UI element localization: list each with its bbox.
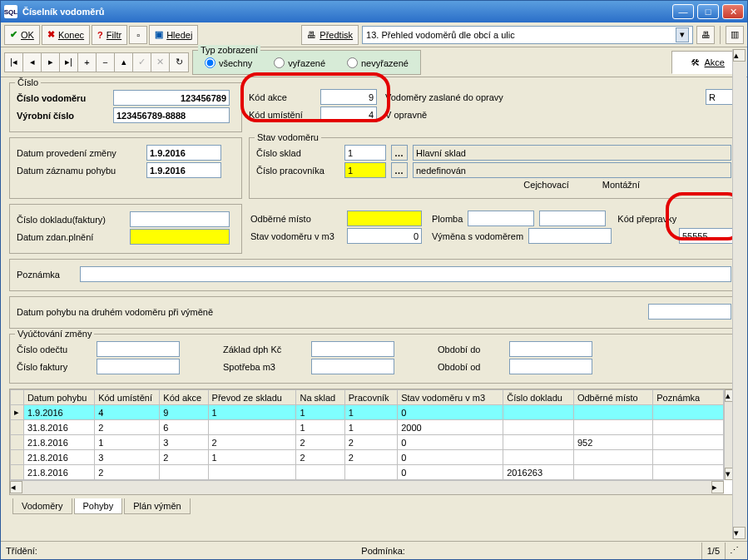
col-header[interactable]: Poznámka: [653, 390, 724, 405]
chevron-down-icon[interactable]: ▾: [676, 27, 689, 42]
scroll-right-icon[interactable]: ▸: [711, 481, 724, 493]
table-row[interactable]: ▸1.9.2016491110: [11, 405, 724, 420]
col-header[interactable]: Stav vodoměru v m3: [398, 390, 503, 405]
obod-input[interactable]: [509, 359, 592, 374]
main-toolbar: ✔ OK ✖ Konec ? Filtr ▫ ▣ Hledej 🖶 Předti…: [1, 22, 747, 47]
spotreba-input[interactable]: [311, 359, 394, 374]
stavm3-input[interactable]: [347, 228, 422, 244]
label-mont: Montážní: [602, 180, 640, 190]
label-pracovnik: Číslo pracovníka: [256, 166, 339, 176]
col-header[interactable]: Převod ze skladu: [208, 390, 296, 405]
table-row[interactable]: 21.8.2016321220: [11, 450, 724, 465]
window-title: Číselník vodoměrů: [22, 7, 672, 17]
export-icon[interactable]: ▥: [726, 26, 744, 44]
vyrobni-cislo-input[interactable]: [113, 107, 230, 123]
datum-prov-input[interactable]: [146, 145, 221, 161]
hledej-button[interactable]: ▣ Hledej: [149, 25, 198, 45]
add-button[interactable]: +: [78, 53, 97, 72]
gear-icon: 🛠: [691, 57, 700, 67]
tab-vodomery[interactable]: Vodoměry: [12, 498, 72, 514]
vymena-input[interactable]: [528, 228, 612, 244]
status-page: 1/5: [701, 543, 726, 559]
col-header[interactable]: Datum pohybu: [23, 390, 94, 405]
label-datum-zaz: Datum záznamu pohybu: [17, 166, 141, 176]
record-nav: |◂ ◂ ▸ ▸| + − ▴ ✓ ✕ ↻: [4, 52, 189, 72]
resize-grip-icon[interactable]: ⋰: [726, 545, 742, 556]
next-button[interactable]: ▸: [42, 53, 60, 72]
label-opravne: V opravně: [385, 110, 427, 120]
vyuct-legend: Vyúčtování změny: [15, 329, 94, 339]
doklad-input[interactable]: [130, 211, 230, 227]
label-obod: Období od: [438, 362, 504, 372]
zaklad-input[interactable]: [311, 341, 394, 357]
konec-button[interactable]: ✖ Konec: [42, 25, 90, 45]
radio-vyrazene[interactable]: vyřazené: [274, 57, 325, 68]
datum-zaz-input[interactable]: [146, 162, 221, 178]
last-button[interactable]: ▸|: [60, 53, 78, 72]
delete-button[interactable]: −: [97, 53, 115, 72]
close-button[interactable]: ✕: [722, 4, 744, 19]
pohyby-grid[interactable]: Datum pohybuKód umístěníKód akcePřevod z…: [9, 389, 739, 495]
label-spotreba: Spotřeba m3: [223, 362, 306, 372]
tab-plan[interactable]: Plán výměn: [124, 498, 190, 514]
label-datum-druhy: Datum pohybu na druhém vodoměru při výmě…: [17, 307, 213, 317]
table-row[interactable]: 21.8.2016202016263: [11, 465, 724, 480]
pracovnik-input[interactable]: [344, 162, 386, 178]
radio-vsechny[interactable]: všechny: [205, 57, 252, 68]
label-cejch: Cejchovací: [523, 180, 568, 190]
table-row[interactable]: 31.8.201626112000: [11, 420, 724, 435]
stav-legend: Stav vodoměru: [255, 132, 321, 142]
cancel-button[interactable]: ✕: [151, 53, 170, 72]
label-kod-umisteni: Kód umístění: [249, 110, 315, 120]
sklad-input[interactable]: [344, 145, 386, 161]
prepravka-input[interactable]: [679, 228, 737, 244]
app-icon: SQL: [4, 5, 17, 18]
col-header[interactable]: Odběrné místo: [573, 390, 652, 405]
filter-clear-icon[interactable]: ▫: [129, 26, 147, 44]
label-cislo-vodomeru: Číslo vodoměru: [17, 93, 108, 103]
odectu-input[interactable]: [97, 341, 180, 357]
col-header[interactable]: Kód akce: [160, 390, 208, 405]
label-fakt: Číslo faktury: [17, 362, 92, 372]
col-header[interactable]: Pracovník: [344, 390, 398, 405]
pracovnik-lookup-button[interactable]: …: [391, 162, 408, 178]
plomba-mont-input[interactable]: [539, 211, 606, 226]
col-header[interactable]: Kód umístění: [95, 390, 160, 405]
refresh-button[interactable]: ↻: [170, 53, 188, 72]
plomba-cejch-input[interactable]: [468, 211, 534, 226]
col-header[interactable]: Číslo dokladu: [503, 390, 574, 405]
edit-button[interactable]: ▴: [115, 53, 133, 72]
cislo-vodomeru-input[interactable]: [113, 90, 230, 106]
col-header[interactable]: Na sklad: [296, 390, 344, 405]
zdan-input[interactable]: [130, 229, 230, 245]
tab-pohyby[interactable]: Pohyby: [74, 498, 123, 514]
obdo-input[interactable]: [509, 341, 592, 357]
misto-input[interactable]: [347, 211, 422, 226]
prev-button[interactable]: ◂: [23, 53, 42, 72]
radio-nevyrazene[interactable]: nevyřazené: [347, 57, 409, 68]
ok-button[interactable]: ✔ OK: [4, 25, 40, 45]
predtisk-button[interactable]: 🖶 Předtisk: [301, 25, 359, 45]
poznamka-input[interactable]: [80, 266, 731, 282]
first-button[interactable]: |◂: [5, 53, 23, 72]
label-stavm3: Stav vodoměru v m3: [250, 231, 342, 241]
label-prepravka: Kód přepravky: [617, 214, 676, 224]
kod-akce-input[interactable]: [320, 89, 377, 105]
report-selected: 13. Přehled vodoměrů dle obcí a ulic: [366, 30, 515, 40]
print-icon[interactable]: 🖶: [696, 26, 715, 44]
filtr-button[interactable]: ? Filtr: [92, 25, 127, 45]
scroll-left-icon[interactable]: ◂: [10, 481, 22, 493]
sklad-lookup-button[interactable]: …: [391, 145, 408, 161]
datum-druhy-input[interactable]: [648, 304, 731, 320]
post-button[interactable]: ✓: [133, 53, 151, 72]
table-row[interactable]: 21.8.2016132220952: [11, 435, 724, 450]
minimize-button[interactable]: —: [672, 4, 694, 19]
kod-umisteni-input[interactable]: [320, 107, 377, 122]
maximize-button[interactable]: □: [697, 4, 719, 19]
window-scrollbar[interactable]: ▴▾: [732, 49, 746, 539]
status-podminka: Podmínka:: [361, 546, 405, 556]
label-zaklad: Základ dph Kč: [223, 344, 306, 354]
label-plomba: Plomba: [432, 214, 463, 224]
report-combo[interactable]: 13. Přehled vodoměrů dle obcí a ulic ▾: [362, 26, 693, 44]
fakt-input[interactable]: [97, 359, 180, 374]
